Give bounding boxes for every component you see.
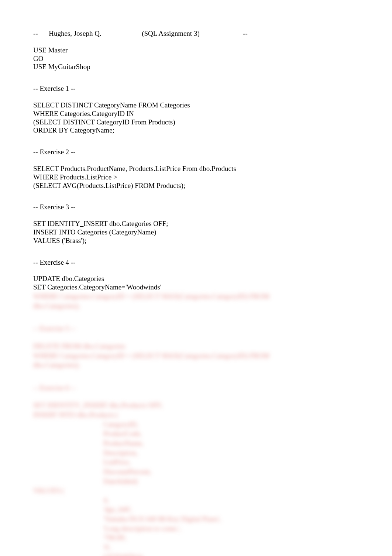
blurred-line: WHERE Categories.CategoryID = (SELECT MA…: [33, 292, 359, 301]
blurred-line: dbo.Categories);: [33, 301, 359, 311]
code-line: WHERE Categories.CategoryID IN: [33, 110, 359, 118]
exercise-1-heading: -- Exercise 1 --: [33, 85, 359, 93]
blurred-line: CategoryID,: [103, 420, 359, 429]
code-line: INSERT INTO Categories (CategoryName): [33, 228, 359, 237]
code-line: SELECT Products.ProductName, Products.Li…: [33, 165, 359, 173]
blurred-line: 4,: [103, 495, 359, 505]
preamble-block: USE Master GO USE MyGuitarShop: [33, 46, 359, 71]
blurred-line: INSERT INTO dbo.Products (: [33, 410, 359, 420]
document-header: -- Hughes, Joseph Q. (SQL Assignment 3) …: [33, 30, 359, 38]
blurred-indent: CategoryID, ProductCode, ProductName, De…: [103, 420, 359, 486]
code-line: USE Master: [33, 46, 359, 55]
blurred-line: 'dgx_640',: [103, 505, 359, 514]
blurred-values: 4, 'dgx_640', 'Yamaha DGX 640 88-Key Dig…: [103, 495, 359, 556]
code-line: GO: [33, 55, 359, 63]
blurred-line: DELETE FROM dbo.Categories: [33, 342, 359, 351]
blurred-region: WHERE Categories.CategoryID = (SELECT MA…: [33, 292, 359, 556]
code-line: VALUES ('Brass');: [33, 237, 359, 245]
blurred-heading: -- Exercise 5 --: [33, 324, 359, 333]
blurred-line: '0',: [103, 543, 359, 552]
header-dashes-left: --: [33, 30, 38, 37]
blurred-line: SET IDENTITY_INSERT dbo.Products OFF;: [33, 401, 359, 410]
header-author: Hughes, Joseph Q.: [49, 30, 102, 37]
code-line: (SELECT AVG(Products.ListPrice) FROM Pro…: [33, 182, 359, 190]
blurred-line: ListPrice,: [103, 457, 359, 467]
exercise-3-heading: -- Exercise 3 --: [33, 203, 359, 212]
code-line: SET Categories.CategoryName='Woodwinds': [33, 283, 359, 292]
blurred-heading: -- Exercise 6 --: [33, 383, 359, 393]
code-line: USE MyGuitarShop: [33, 63, 359, 71]
blurred-line: '799.99',: [103, 533, 359, 543]
code-line: WHERE Products.ListPrice >: [33, 173, 359, 182]
exercise-2-block: -- Exercise 2 -- SELECT Products.Product…: [33, 148, 359, 190]
blurred-line: DateAdded): [103, 477, 359, 486]
blurred-values-label: VALUES (: [33, 486, 359, 495]
code-line: (SELECT DISTINCT CategoryID From Product…: [33, 118, 359, 127]
code-line: ORDER BY CategoryName;: [33, 126, 359, 135]
blurred-line: ProductCode,: [103, 429, 359, 439]
blurred-line: Description,: [103, 448, 359, 458]
exercise-4-block: -- Exercise 4 -- UPDATE dbo.Categories S…: [33, 258, 359, 292]
blurred-line: 'Yamaha DGX 640 88-Key Digital Piano',: [103, 514, 359, 524]
blurred-line: DiscountPercent,: [103, 467, 359, 477]
blurred-line: dbo.Categories);: [33, 360, 359, 370]
blurred-line: 'Long description to come.',: [103, 524, 359, 533]
code-line: SELECT DISTINCT CategoryName FROM Catego…: [33, 101, 359, 110]
code-line: UPDATE dbo.Categories: [33, 275, 359, 283]
blurred-line: WHERE Categories.CategoryID = (SELECT MA…: [33, 351, 359, 361]
exercise-1-block: -- Exercise 1 -- SELECT DISTINCT Categor…: [33, 85, 359, 135]
header-title: (SQL Assignment 3): [142, 30, 200, 37]
blurred-line: GETDATE());: [103, 552, 359, 556]
exercise-2-heading: -- Exercise 2 --: [33, 148, 359, 157]
code-line: SET IDENTITY_INSERT dbo.Categories OFF;: [33, 220, 359, 228]
exercise-3-block: -- Exercise 3 -- SET IDENTITY_INSERT dbo…: [33, 203, 359, 245]
exercise-4-heading: -- Exercise 4 --: [33, 258, 359, 267]
header-dashes-right: --: [243, 30, 248, 37]
blurred-line: ProductName,: [103, 439, 359, 448]
